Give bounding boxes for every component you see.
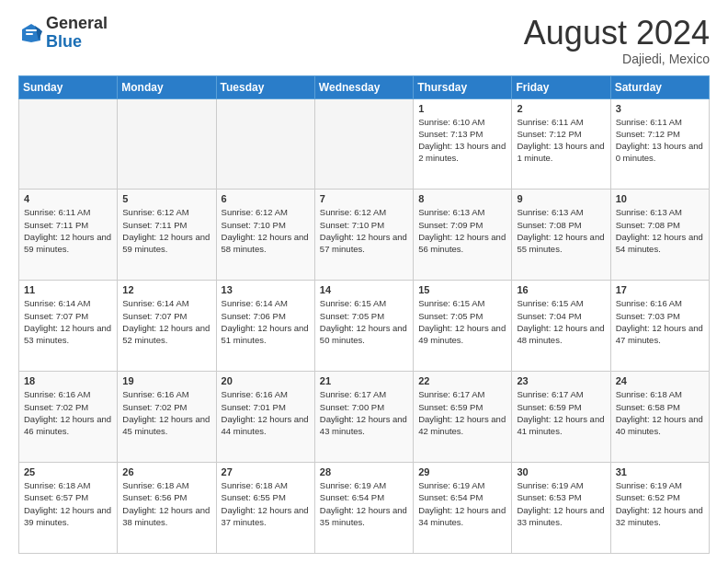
day-number: 10	[616, 193, 704, 204]
day-number: 3	[616, 103, 704, 114]
cell-info: Sunrise: 6:14 AM Sunset: 7:07 PM Dayligh…	[24, 297, 112, 346]
calendar-cell: 8Sunrise: 6:13 AM Sunset: 7:09 PM Daylig…	[414, 190, 512, 281]
calendar-week-2: 11Sunrise: 6:14 AM Sunset: 7:07 PM Dayli…	[19, 281, 710, 372]
cell-info: Sunrise: 6:12 AM Sunset: 7:11 PM Dayligh…	[122, 206, 210, 255]
day-number: 5	[122, 193, 210, 204]
day-number: 23	[517, 375, 605, 386]
day-number: 22	[418, 375, 506, 386]
logo: General Blue	[18, 15, 108, 52]
day-number: 13	[222, 284, 310, 295]
calendar-cell	[118, 98, 216, 190]
page: General Blue August 2024 Dajiedi, Mexico…	[0, 0, 728, 563]
day-number: 12	[122, 284, 210, 295]
calendar-cell: 7Sunrise: 6:12 AM Sunset: 7:10 PM Daylig…	[314, 190, 413, 281]
day-number: 1	[418, 103, 506, 114]
day-number: 14	[320, 284, 408, 295]
cell-info: Sunrise: 6:16 AM Sunset: 7:01 PM Dayligh…	[222, 388, 310, 437]
day-number: 24	[616, 375, 704, 386]
logo-blue: Blue	[46, 32, 82, 51]
calendar-cell: 12Sunrise: 6:14 AM Sunset: 7:07 PM Dayli…	[118, 281, 216, 372]
day-header-monday: Monday	[118, 75, 216, 98]
calendar-week-0: 1Sunrise: 6:10 AM Sunset: 7:13 PM Daylig…	[19, 98, 710, 190]
calendar-cell: 27Sunrise: 6:18 AM Sunset: 6:55 PM Dayli…	[216, 463, 314, 554]
cell-info: Sunrise: 6:18 AM Sunset: 6:56 PM Dayligh…	[122, 479, 210, 528]
calendar-cell: 1Sunrise: 6:10 AM Sunset: 7:13 PM Daylig…	[414, 98, 512, 190]
month-year: August 2024	[524, 15, 710, 52]
day-header-sunday: Sunday	[19, 75, 118, 98]
day-number: 25	[24, 466, 112, 477]
day-number: 29	[418, 466, 506, 477]
calendar-cell: 14Sunrise: 6:15 AM Sunset: 7:05 PM Dayli…	[314, 281, 413, 372]
cell-info: Sunrise: 6:12 AM Sunset: 7:10 PM Dayligh…	[222, 206, 310, 255]
calendar-cell: 11Sunrise: 6:14 AM Sunset: 7:07 PM Dayli…	[19, 281, 118, 372]
calendar-cell: 19Sunrise: 6:16 AM Sunset: 7:02 PM Dayli…	[118, 372, 216, 463]
calendar-cell: 3Sunrise: 6:11 AM Sunset: 7:12 PM Daylig…	[610, 98, 709, 190]
calendar-cell: 28Sunrise: 6:19 AM Sunset: 6:54 PM Dayli…	[314, 463, 413, 554]
calendar-cell: 15Sunrise: 6:15 AM Sunset: 7:05 PM Dayli…	[414, 281, 512, 372]
calendar-cell: 30Sunrise: 6:19 AM Sunset: 6:53 PM Dayli…	[512, 463, 610, 554]
day-number: 2	[517, 103, 605, 114]
logo-general: General	[46, 14, 108, 32]
cell-info: Sunrise: 6:15 AM Sunset: 7:05 PM Dayligh…	[320, 297, 408, 346]
calendar-cell: 25Sunrise: 6:18 AM Sunset: 6:57 PM Dayli…	[19, 463, 118, 554]
calendar-cell: 17Sunrise: 6:16 AM Sunset: 7:03 PM Dayli…	[610, 281, 709, 372]
day-number: 7	[320, 193, 408, 204]
cell-info: Sunrise: 6:19 AM Sunset: 6:53 PM Dayligh…	[517, 479, 605, 528]
title-block: August 2024 Dajiedi, Mexico	[524, 15, 710, 66]
day-number: 4	[24, 193, 112, 204]
cell-info: Sunrise: 6:14 AM Sunset: 7:06 PM Dayligh…	[222, 297, 310, 346]
day-number: 26	[122, 466, 210, 477]
cell-info: Sunrise: 6:13 AM Sunset: 7:09 PM Dayligh…	[418, 206, 506, 255]
day-number: 8	[418, 193, 506, 204]
cell-info: Sunrise: 6:19 AM Sunset: 6:54 PM Dayligh…	[418, 479, 506, 528]
day-number: 18	[24, 375, 112, 386]
calendar-week-1: 4Sunrise: 6:11 AM Sunset: 7:11 PM Daylig…	[19, 190, 710, 281]
day-number: 30	[517, 466, 605, 477]
calendar-cell	[19, 98, 118, 190]
header: General Blue August 2024 Dajiedi, Mexico	[18, 15, 710, 66]
calendar-cell: 21Sunrise: 6:17 AM Sunset: 7:00 PM Dayli…	[314, 372, 413, 463]
day-header-wednesday: Wednesday	[314, 75, 413, 98]
day-number: 28	[320, 466, 408, 477]
calendar-cell: 20Sunrise: 6:16 AM Sunset: 7:01 PM Dayli…	[216, 372, 314, 463]
day-number: 6	[222, 193, 310, 204]
calendar-cell: 9Sunrise: 6:13 AM Sunset: 7:08 PM Daylig…	[512, 190, 610, 281]
day-number: 17	[616, 284, 704, 295]
calendar-cell: 6Sunrise: 6:12 AM Sunset: 7:10 PM Daylig…	[216, 190, 314, 281]
calendar-table: SundayMondayTuesdayWednesdayThursdayFrid…	[18, 75, 710, 554]
cell-info: Sunrise: 6:17 AM Sunset: 7:00 PM Dayligh…	[320, 388, 408, 437]
calendar-cell: 5Sunrise: 6:12 AM Sunset: 7:11 PM Daylig…	[118, 190, 216, 281]
cell-info: Sunrise: 6:14 AM Sunset: 7:07 PM Dayligh…	[122, 297, 210, 346]
calendar-week-4: 25Sunrise: 6:18 AM Sunset: 6:57 PM Dayli…	[19, 463, 710, 554]
svg-rect-3	[26, 33, 33, 35]
calendar-cell: 29Sunrise: 6:19 AM Sunset: 6:54 PM Dayli…	[414, 463, 512, 554]
calendar-cell: 4Sunrise: 6:11 AM Sunset: 7:11 PM Daylig…	[19, 190, 118, 281]
day-number: 27	[222, 466, 310, 477]
calendar-cell: 18Sunrise: 6:16 AM Sunset: 7:02 PM Dayli…	[19, 372, 118, 463]
day-number: 31	[616, 466, 704, 477]
calendar-week-3: 18Sunrise: 6:16 AM Sunset: 7:02 PM Dayli…	[19, 372, 710, 463]
cell-info: Sunrise: 6:18 AM Sunset: 6:58 PM Dayligh…	[616, 388, 704, 437]
cell-info: Sunrise: 6:15 AM Sunset: 7:04 PM Dayligh…	[517, 297, 605, 346]
day-header-friday: Friday	[512, 75, 610, 98]
cell-info: Sunrise: 6:11 AM Sunset: 7:12 PM Dayligh…	[616, 116, 704, 165]
day-header-tuesday: Tuesday	[216, 75, 314, 98]
cell-info: Sunrise: 6:10 AM Sunset: 7:13 PM Dayligh…	[418, 116, 506, 165]
calendar-header-row: SundayMondayTuesdayWednesdayThursdayFrid…	[19, 75, 710, 98]
calendar-cell: 10Sunrise: 6:13 AM Sunset: 7:08 PM Dayli…	[610, 190, 709, 281]
day-number: 20	[222, 375, 310, 386]
calendar-cell: 23Sunrise: 6:17 AM Sunset: 6:59 PM Dayli…	[512, 372, 610, 463]
cell-info: Sunrise: 6:17 AM Sunset: 6:59 PM Dayligh…	[517, 388, 605, 437]
day-header-saturday: Saturday	[610, 75, 709, 98]
cell-info: Sunrise: 6:18 AM Sunset: 6:55 PM Dayligh…	[222, 479, 310, 528]
calendar-cell: 22Sunrise: 6:17 AM Sunset: 6:59 PM Dayli…	[414, 372, 512, 463]
cell-info: Sunrise: 6:17 AM Sunset: 6:59 PM Dayligh…	[418, 388, 506, 437]
cell-info: Sunrise: 6:15 AM Sunset: 7:05 PM Dayligh…	[418, 297, 506, 346]
cell-info: Sunrise: 6:11 AM Sunset: 7:11 PM Dayligh…	[24, 206, 112, 255]
calendar-cell: 26Sunrise: 6:18 AM Sunset: 6:56 PM Dayli…	[118, 463, 216, 554]
location: Dajiedi, Mexico	[524, 52, 710, 66]
day-number: 16	[517, 284, 605, 295]
cell-info: Sunrise: 6:12 AM Sunset: 7:10 PM Dayligh…	[320, 206, 408, 255]
cell-info: Sunrise: 6:11 AM Sunset: 7:12 PM Dayligh…	[517, 116, 605, 165]
day-number: 9	[517, 193, 605, 204]
